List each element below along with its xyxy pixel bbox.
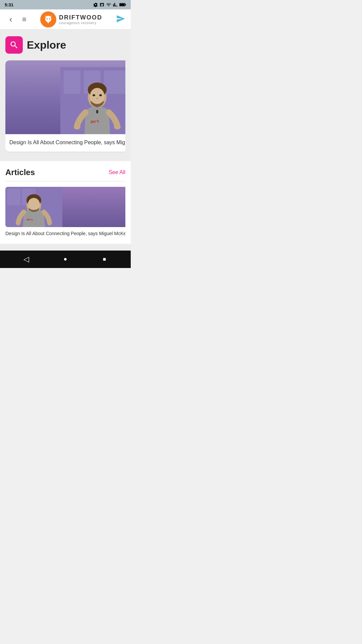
explore-header: Explore [5, 36, 125, 54]
brand-icon [43, 14, 53, 24]
nav-logo: DRIFTWOOD courageous recovery [40, 11, 102, 28]
svg-rect-1 [125, 4, 126, 5]
explore-cards-scroll[interactable]: Jac's [5, 60, 125, 153]
svg-point-16 [99, 94, 102, 96]
sim-icon [100, 2, 104, 7]
wifi-icon [106, 2, 111, 7]
explore-section: Explore [0, 30, 131, 158]
articles-title: Articles [5, 168, 35, 177]
explore-title: Explore [27, 39, 66, 51]
svg-rect-8 [104, 70, 125, 94]
status-icons [93, 2, 126, 7]
menu-button[interactable]: ≡ [22, 15, 26, 24]
send-icon [116, 14, 125, 23]
articles-header: Articles See All [5, 168, 125, 177]
main-content: Explore [0, 30, 131, 251]
bottom-nav-bar: ◁ ● ■ [0, 251, 131, 268]
back-button[interactable]: ‹ [5, 14, 16, 25]
svg-text:Jac's: Jac's [26, 218, 33, 221]
svg-point-4 [49, 18, 50, 19]
article-item-1[interactable]: Jac's Design Is All About Connecting Peo… [5, 187, 125, 237]
svg-rect-18 [96, 110, 98, 113]
status-time: 5:31 [5, 2, 13, 7]
gear-icon [93, 2, 98, 7]
explore-card-1[interactable]: Jac's [5, 60, 125, 152]
article-thumb-1: Jac's [5, 187, 125, 227]
articles-scroll[interactable]: Jac's Design Is All About Connecting Peo… [5, 187, 125, 237]
svg-rect-30 [7, 189, 20, 205]
svg-rect-6 [64, 70, 80, 94]
nav-left: ‹ ≡ [5, 14, 26, 25]
articles-section: Articles See All Jac's [0, 161, 131, 244]
explore-card-1-title: Design Is All About Connecting People, s… [5, 134, 125, 152]
top-nav: ‹ ≡ DRIFTWOOD courageous recovery [0, 9, 131, 30]
system-back-button[interactable]: ◁ [19, 252, 34, 267]
svg-point-17 [96, 98, 98, 99]
svg-rect-2 [120, 4, 125, 6]
explore-icon-box [5, 36, 23, 54]
see-all-link[interactable]: See All [109, 169, 125, 175]
svg-point-3 [46, 18, 48, 19]
system-recents-button[interactable]: ■ [97, 252, 112, 267]
battery-icon [119, 3, 126, 7]
articles-divider [5, 181, 125, 181]
article-title-1: Design Is All About Connecting People, s… [5, 230, 125, 237]
system-home-button[interactable]: ● [58, 252, 73, 267]
svg-point-12 [114, 124, 121, 129]
svg-point-11 [74, 124, 80, 129]
logo-icon [40, 11, 56, 28]
svg-point-15 [93, 94, 95, 96]
signal-icon [113, 2, 118, 7]
person-image-1: Jac's [60, 67, 125, 134]
logo-text: DRIFTWOOD courageous recovery [59, 14, 102, 25]
article-image-1: Jac's [5, 187, 62, 227]
send-button[interactable] [116, 14, 125, 24]
status-bar: 5:31 [0, 0, 131, 9]
search-icon [9, 40, 19, 50]
svg-text:Jac's: Jac's [89, 119, 99, 124]
